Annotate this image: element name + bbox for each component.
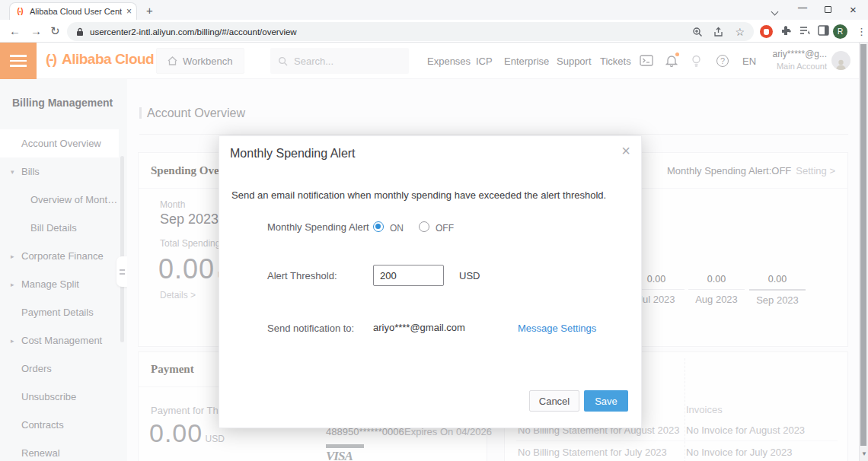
reload-icon[interactable]: ↻ (50, 25, 60, 37)
side-panel-icon[interactable] (818, 25, 829, 36)
zoom-icon[interactable] (692, 27, 703, 37)
notification-dot (675, 52, 679, 56)
sidebar-item-manage-split[interactable]: ▸Manage Split (0, 270, 119, 298)
nav-icp[interactable]: ICP (476, 56, 493, 67)
notify-label: Send notification to: (267, 323, 354, 334)
sidebar-item-bill-details[interactable]: Bill Details (0, 214, 119, 242)
extensions-puzzle-icon[interactable] (780, 25, 792, 37)
url-bar[interactable]: usercenter2-intl.aliyun.com/billing/#/ac… (67, 22, 754, 41)
window-minimize-button[interactable]: — (798, 2, 807, 13)
chevron-right-icon: ▸ (11, 337, 14, 345)
divider (516, 440, 838, 441)
account-name: ariy*****@g... (766, 49, 827, 59)
invoices-header: Invoices (686, 404, 723, 415)
page-title: Account Overview (147, 107, 245, 120)
chevron-down-icon: ▾ (11, 168, 14, 176)
sidebar-item-contracts[interactable]: Contracts (0, 411, 119, 439)
sidebar-item-bills[interactable]: ▾Bills (0, 157, 119, 186)
alibaba-cloud-favicon: (-) (14, 6, 25, 17)
sidebar-item-corporate-finance[interactable]: ▸Corporate Finance (0, 242, 119, 270)
sidebar-item-orders[interactable]: Orders (0, 354, 119, 383)
sidebar-item-payment-details[interactable]: Payment Details (0, 298, 119, 326)
threshold-label: Alert Threshold: (267, 270, 337, 281)
bookmark-star-icon[interactable]: ☆ (735, 26, 745, 38)
back-icon[interactable]: ← (9, 25, 21, 37)
spending-details-link[interactable]: Details > (160, 290, 196, 300)
url-text: usercenter2-intl.aliyun.com/billing/#/ac… (90, 27, 692, 37)
nav-expenses[interactable]: Expenses (427, 56, 471, 67)
radio-on[interactable] (373, 221, 384, 232)
chevron-right-icon: ▸ (11, 281, 14, 288)
account-info[interactable]: ariy*****@g... Main Account (766, 49, 827, 71)
lock-icon (76, 27, 84, 37)
modal-title: Monthly Spending Alert (230, 147, 356, 161)
total-spending-label: Total Spending (160, 238, 220, 249)
page-scrollbar-thumb[interactable] (860, 44, 866, 446)
browser-tab[interactable]: (-) Alibaba Cloud User Center × (9, 2, 137, 20)
threshold-currency: USD (459, 270, 480, 281)
sidebar-scrollbar[interactable] (120, 156, 124, 342)
app-window: (-) Alibaba Cloud User Center × + — × ← … (0, 0, 868, 461)
radio-on-label: ON (390, 223, 404, 234)
account-type: Main Account (766, 62, 827, 71)
user-avatar[interactable] (831, 51, 850, 70)
save-button[interactable]: Save (584, 390, 628, 412)
nav-tickets[interactable]: Tickets (600, 56, 631, 67)
tab-title: Alibaba Cloud User Center (30, 7, 122, 16)
month-value: Sep 2023 (160, 211, 219, 227)
scrollbar-down-arrow[interactable]: ▼ (861, 450, 867, 457)
adblock-extension-icon[interactable] (760, 25, 773, 38)
reading-list-icon[interactable] (799, 26, 811, 36)
modal-close-icon[interactable]: × (621, 142, 630, 160)
tab-close-icon[interactable]: × (126, 6, 132, 17)
home-icon (168, 56, 177, 65)
sidebar-item-account-overview[interactable]: Account Overview (0, 129, 119, 157)
workbench-button[interactable]: Workbench (156, 48, 244, 74)
threshold-input[interactable] (373, 265, 444, 286)
payment-title: Payment (151, 363, 194, 376)
billing-statement-row: No Billing Statement for July 2023 (518, 447, 667, 458)
visa-logo: VISA (326, 449, 353, 461)
sidebar-title: Billing Management (12, 97, 113, 109)
products-menu-button[interactable] (0, 43, 37, 79)
language-selector[interactable]: EN (742, 56, 756, 67)
help-icon[interactable]: ? (716, 55, 729, 67)
sidebar-item-unsubscribe[interactable]: Unsubscribe (0, 383, 119, 411)
monthly-spending-alert-modal: Monthly Spending Alert × Send an email n… (219, 135, 642, 428)
invoice-row: No Invoice for August 2023 (686, 424, 805, 436)
chart-column-aug: 0.00 Aug 2023 (682, 274, 751, 305)
alert-setting-link[interactable]: Setting > (796, 165, 835, 176)
message-settings-link[interactable]: Message Settings (518, 323, 596, 334)
window-dropdown-icon[interactable] (772, 9, 777, 14)
invoice-row: No Invoice for July 2023 (686, 447, 792, 458)
browser-profile-avatar[interactable]: R (833, 24, 847, 39)
alibaba-cloud-logo[interactable]: (-) Alibaba Cloud (46, 51, 154, 68)
share-icon[interactable] (713, 27, 724, 37)
alibaba-cloud-logo-icon: (-) (46, 51, 56, 68)
divider (139, 134, 848, 135)
alert-status-text: Monthly Spending Alert:OFF (667, 165, 791, 176)
nav-enterprise[interactable]: Enterprise (504, 56, 549, 67)
cancel-button[interactable]: Cancel (529, 390, 579, 412)
sidebar-item-renewal[interactable]: Renewal (0, 439, 119, 461)
sidebar-collapse-handle[interactable] (116, 256, 127, 287)
notifications-bell-icon[interactable] (665, 54, 678, 67)
chart-column-sep: 0.00 Sep 2023 (743, 274, 812, 306)
browser-menu-icon[interactable]: ⋮ (857, 26, 866, 37)
lightbulb-icon[interactable] (691, 55, 701, 67)
header-search[interactable] (270, 48, 409, 74)
window-close-button[interactable]: × (850, 3, 857, 16)
payment-amount: 0.00 USD (149, 418, 225, 448)
search-icon (278, 56, 288, 66)
search-input[interactable] (294, 56, 393, 67)
sidebar-item-overview-of-monthly[interactable]: Overview of Mont… (0, 186, 119, 214)
radio-off[interactable] (419, 221, 429, 232)
forward-icon[interactable]: → (30, 25, 42, 37)
nav-support[interactable]: Support (557, 56, 592, 67)
new-tab-button[interactable]: + (146, 4, 153, 17)
window-maximize-button[interactable] (825, 6, 831, 13)
visa-card-bar (326, 444, 364, 448)
radio-off-label: OFF (436, 223, 454, 234)
sidebar-item-cost-management[interactable]: ▸Cost Management (0, 326, 119, 354)
console-terminal-icon[interactable] (640, 55, 653, 66)
